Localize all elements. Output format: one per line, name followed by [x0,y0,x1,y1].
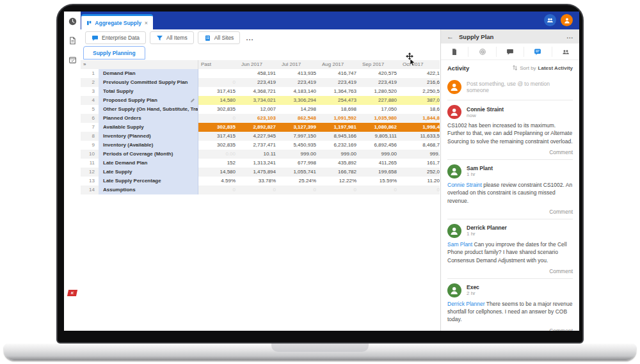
grid-cell[interactable]: 999.00 [319,150,360,159]
grid-cell[interactable]: 1,313,241 [239,159,279,168]
close-icon[interactable]: × [145,20,148,26]
grid-cell[interactable]: 2,250,5 [400,87,440,96]
grid-cell[interactable]: 14,580 [198,96,239,105]
comment-author[interactable]: Exec [467,284,479,290]
grid-cell[interactable]: 1,035,980 [360,114,400,123]
mention-link[interactable]: Derrick Planner [447,301,485,307]
grid-cell[interactable]: 10.11 [239,150,279,159]
grid-cell[interactable]: 413,935 [279,69,319,78]
column-header[interactable]: Jul 2017 [279,60,319,69]
all-items-button[interactable]: All Items [150,31,194,44]
grid-cell[interactable]: 999.00 [279,150,319,159]
comment-action-link[interactable]: Comment [549,328,573,331]
grid-cell[interactable]: 25.24% [279,177,319,186]
grid-cell[interactable]: 302,835 [198,105,239,114]
column-header[interactable]: Past [198,60,239,69]
grid-cell[interactable]: 3,306,294 [279,96,319,105]
grid-cell[interactable]: 0 [198,114,239,123]
column-header[interactable]: Aug 2017 [319,60,360,69]
comment-action-link[interactable]: Comment [549,209,573,215]
grid-cell[interactable]: 420,575 [360,69,400,78]
row-label[interactable]: Late Supply Percentage [99,177,198,186]
grid-cell[interactable]: 4,227,945 [239,132,279,141]
document-icon[interactable] [68,36,77,45]
all-sites-button[interactable]: All Sites [198,31,241,44]
grid-cell[interactable]: 11.20 [400,177,440,186]
grid-cell[interactable]: 4.59% [198,177,239,186]
grid-cell[interactable]: 0 [279,186,319,194]
grid-cell[interactable]: 223,419 [360,78,400,87]
share-users-button[interactable] [544,14,556,26]
grid-cell[interactable]: 9,805,111 [360,132,400,141]
grid-cell[interactable]: 223,419 [279,78,319,87]
grid-cell[interactable]: 0 [198,186,239,194]
tab-discussions[interactable] [497,47,524,57]
grid-cell[interactable] [198,69,239,78]
grid-cell[interactable]: 677,998 [279,159,319,168]
user-avatar[interactable] [561,14,573,26]
grid-cell[interactable]: 302,835 [198,123,239,132]
grid-cell[interactable]: 6,232,169 [319,141,360,150]
grid-cell[interactable]: 0 [400,186,440,194]
comment-action-link[interactable]: Comment [549,149,573,155]
row-label[interactable]: Planned Orders [99,114,198,123]
grid-cell[interactable]: 199,658 [360,168,400,177]
tab-details[interactable] [441,47,468,57]
grid-cell[interactable]: 999. [400,150,440,159]
grid-cell[interactable]: 1,844,8 [400,114,440,123]
row-label[interactable]: Available Supply [99,123,198,132]
row-label[interactable]: Demand Plan [99,69,198,78]
grid-cell[interactable]: 11,633,5 [400,132,440,141]
grid-cell[interactable]: 15.59% [360,177,400,186]
grid-cell[interactable]: 1,197,981 [319,123,360,132]
comment-author[interactable]: Derrick Planner [467,225,507,231]
grid-cell[interactable]: 8,945,166 [319,132,360,141]
column-header[interactable]: Sep 2017 [360,60,400,69]
expand-columns-icon[interactable]: » [81,60,99,69]
column-header[interactable]: Jun 2017 [239,60,279,69]
grid-cell[interactable]: 623,103 [239,114,279,123]
row-label[interactable]: Assumptions [99,186,198,194]
grid-cell[interactable]: 166,782 [319,168,360,177]
grid-cell[interactable]: 4,183,140 [279,87,319,96]
grid-cell[interactable]: 2,892,827 [239,123,279,132]
grid-cell[interactable]: 1,475,894 [239,168,279,177]
grid-cell[interactable]: 0 [319,186,360,194]
row-label[interactable]: Periods of Coverage (Month) [99,150,198,159]
grid-cell[interactable]: 416,747 [319,69,360,78]
grid-cell[interactable]: 216,6 [400,78,440,87]
back-arrow-icon[interactable]: ← [447,33,454,40]
grid-cell[interactable]: 12.22% [319,177,360,186]
tab-supply-planning[interactable]: Supply Planning [83,46,145,59]
grid-cell[interactable]: 8,468,7 [400,141,440,150]
grid-cell[interactable]: 223,419 [319,78,360,87]
row-label[interactable]: Total Supply [99,87,198,96]
panel-more-button[interactable]: ... [566,33,573,40]
grid-cell[interactable]: 33.78% [239,177,279,186]
grid-cell[interactable]: 227,880 [360,96,400,105]
row-label[interactable]: Late Supply [99,168,198,177]
calendar-icon[interactable] [68,56,77,64]
row-label[interactable]: Other Supply (On Hand, Substitute, Trans… [99,105,198,114]
grid-cell[interactable]: 1,364,763 [319,87,360,96]
grid-cell[interactable]: 999.00 [360,150,400,159]
grid-cell[interactable]: 435,892 [319,159,360,168]
grid-cell[interactable]: 5,450,935 [279,141,319,150]
grid-cell[interactable]: 14,580 [198,168,239,177]
grid-cell[interactable]: 18,6 [400,105,440,114]
tab-scorecard[interactable] [468,47,496,57]
grid-cell[interactable]: 1,080,862 [360,123,400,132]
comment-action-link[interactable]: Comment [549,268,573,274]
grid-cell[interactable]: 4,368,721 [239,87,279,96]
recent-clock-icon[interactable] [68,17,77,26]
row-label[interactable]: Previously Committed Supply Plan [99,78,198,87]
post-composer[interactable]: Post something, use @ to mention someone [441,75,579,100]
grid-cell[interactable]: 0.00 [198,150,239,159]
tab-activity[interactable] [524,47,552,57]
grid-cell[interactable]: 862,548 [279,114,319,123]
row-label[interactable]: Late Demand Plan [99,159,198,168]
grid-cell[interactable]: 422,1 [400,69,440,78]
sort-control[interactable]: Sort by Latest Activity [512,65,573,71]
grid-cell[interactable]: 252,0 [400,168,440,177]
grid-cell[interactable]: 0 [360,186,400,194]
